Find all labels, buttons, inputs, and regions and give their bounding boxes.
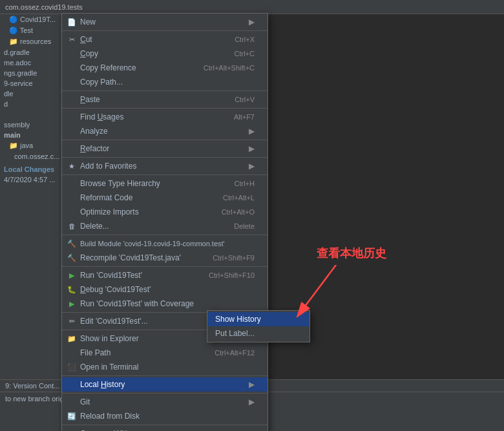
copy-icon [66,48,78,59]
menu-item-reformat[interactable]: Reformat Code Ctrl+Alt+L [62,191,268,205]
arrow-icon-local-history: ▶ [249,380,255,389]
menu-item-local-history[interactable]: Local History ▶ [62,377,268,392]
left-panel: 🔵 Covid19T... 🔵 Test 📁 resources d.gradl… [0,14,71,431]
menu-item-copy-reference[interactable]: Copy Reference Ctrl+Alt+Shift+C [62,61,268,75]
menu-item-browse-hierarchy[interactable]: Browse Type Hierarchy Ctrl+H [62,176,268,191]
separator-6 [62,174,268,175]
top-bar-title: com.ossez.covid19.tests [5,3,83,11]
analyze-icon [66,125,78,137]
menu-item-optimize-imports[interactable]: Optimize Imports Ctrl+Alt+O [62,205,268,219]
tree-item-meadoc[interactable]: me.adoc [0,58,70,68]
cut-icon: ✂ [66,34,78,45]
menu-item-reload[interactable]: 🔄 Reload from Disk [62,409,268,423]
arrow-icon-refactor: ▶ [249,144,255,153]
build-icon: 🔨 [66,238,78,249]
menu-item-git[interactable]: Git ▶ [62,395,268,409]
arrow-icon-git: ▶ [249,397,255,406]
tree-item-main[interactable]: main [0,130,70,140]
menu-item-compare[interactable]: Compare With... Ctrl+D [62,426,268,431]
run-coverage-icon: ▶ [66,298,78,310]
tree-item-timestamp[interactable]: 4/7/2020 4:57 ... [0,174,70,185]
hierarchy-icon [66,178,78,189]
explorer-icon: 📁 [66,333,78,344]
arrow-icon-analyze: ▶ [249,127,255,136]
menu-item-build[interactable]: 🔨 Build Module 'covid-19.covid-19-common… [62,237,268,251]
favorites-icon: ★ [66,160,78,172]
separator-3 [62,108,268,109]
separator-7 [62,235,268,235]
separator [62,30,268,31]
separator-5 [62,157,268,158]
tree-item-covid19t[interactable]: 🔵 Covid19T... [0,14,70,25]
git-icon [66,396,78,408]
submenu-item-put-label[interactable]: Put Label... [207,326,310,341]
tree-item-resources[interactable]: 📁 resources [0,36,70,47]
menu-item-debug[interactable]: 🐛 Debug 'Covid19Test' [62,282,268,297]
tree-item-d[interactable]: d [0,99,70,109]
new-icon: 📄 [66,16,78,28]
separator-4 [62,140,268,140]
history-icon [66,379,78,390]
submenu-item-show-history[interactable]: Show History [207,312,310,326]
file-path-icon [66,347,78,359]
tree-item-dgradle[interactable]: d.gradle [0,47,70,58]
arrow-icon: ▶ [249,17,255,26]
separator-12 [62,393,268,394]
tree-item-local-changes[interactable]: Local Changes [0,164,70,174]
menu-item-find-usages[interactable]: Find Usages Alt+F7 [62,110,268,124]
menu-item-copy[interactable]: Copy Ctrl+C [62,47,268,61]
copy-path-icon [66,76,78,88]
compare-icon [66,428,78,431]
menu-item-run-coverage[interactable]: ▶ Run 'Covid19Test' with Coverage [62,297,268,311]
menu-item-open-terminal[interactable]: ⬛ Open in Terminal [62,360,268,374]
version-control-label: 9: Version Cont... [5,382,59,390]
tree-item-dle[interactable]: dle [0,89,70,99]
menu-item-cut[interactable]: ✂ Cut Ctrl+X [62,32,268,47]
branch-info: to new branch orig [5,395,64,403]
optimize-icon [66,206,78,218]
separator-11 [62,375,268,376]
tree-item-test[interactable]: 🔵 Test [0,25,70,36]
tree-item-ngsgradle[interactable]: ngs.gradle [0,68,70,78]
paste-icon [66,94,78,105]
menu-item-recompile[interactable]: 🔨 Recompile 'Covid19Test.java' Ctrl+Shif… [62,251,268,265]
separator-2 [62,90,268,91]
tree-item-blank [0,109,70,120]
menu-item-copy-path[interactable]: Copy Path... [62,75,268,89]
separator-13 [62,425,268,425]
delete-icon: 🗑 [66,220,78,232]
refactor-icon [66,143,78,154]
arrow-icon-favorites: ▶ [249,162,255,171]
menu-item-delete[interactable]: 🗑 Delete... Delete [62,219,268,233]
find-icon [66,111,78,123]
copy-ref-icon [66,62,78,74]
menu-item-paste[interactable]: Paste Ctrl+V [62,92,268,107]
tree-item-comossez[interactable]: com.ossez.c... [0,151,70,162]
separator-8 [62,266,268,267]
tree-item-assembly[interactable]: ssembly [0,120,70,130]
context-menu: 📄 New ▶ ✂ Cut Ctrl+X Copy Ctrl+C Copy Re… [61,13,268,431]
run-icon: ▶ [66,269,78,281]
menu-item-analyze[interactable]: Analyze ▶ [62,124,268,138]
menu-item-refactor[interactable]: Refactor ▶ [62,142,268,156]
edit-icon: ✏ [66,315,78,327]
menu-item-file-path[interactable]: File Path Ctrl+Alt+F12 [62,346,268,360]
menu-item-run[interactable]: ▶ Run 'Covid19Test' Ctrl+Shift+F10 [62,268,268,282]
menu-item-new[interactable]: 📄 New ▶ [62,15,268,29]
menu-item-add-favorites[interactable]: ★ Add to Favorites ▶ [62,159,268,173]
local-history-submenu: Show History Put Label... [207,310,310,342]
debug-icon: 🐛 [66,284,78,295]
recompile-icon: 🔨 [66,252,78,264]
top-bar: com.ossez.covid19.tests [0,0,504,14]
terminal-icon: ⬛ [66,361,78,373]
reformat-icon [66,192,78,204]
reload-icon: 🔄 [66,410,78,422]
tree-item-9service[interactable]: 9-service [0,78,70,89]
tree-item-java[interactable]: 📁 java [0,140,70,151]
